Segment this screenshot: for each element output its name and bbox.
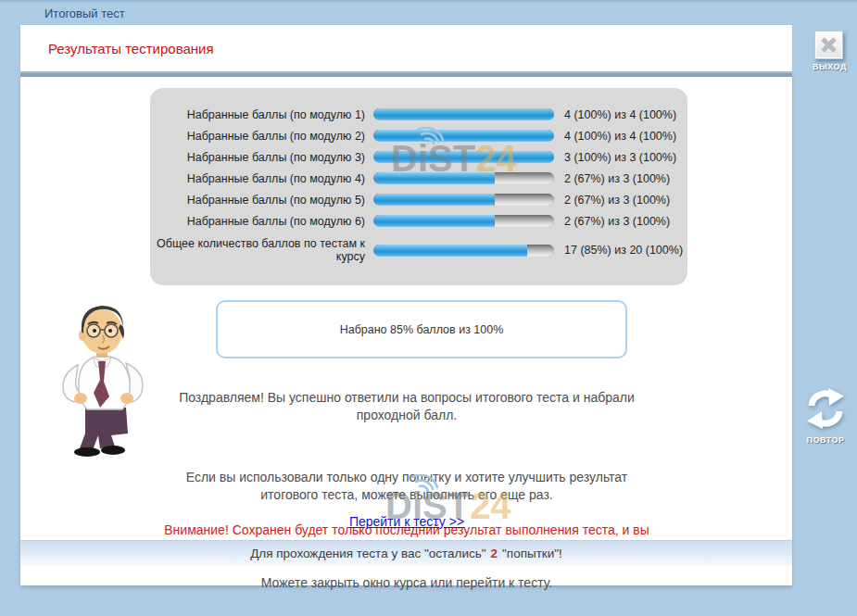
- result-row: Набранные баллы (по модулю 1) 4 (100%) и…: [150, 104, 687, 125]
- progress-bar-fill: [373, 130, 554, 142]
- progress-bar-fill: [373, 108, 554, 120]
- close-info-text: Можете закрыть окно курса или перейти к …: [123, 574, 690, 592]
- result-row: Общее количество баллов по тестам к курс…: [150, 232, 687, 269]
- attempts-prefix: Для прохождения теста у вас "остались": [250, 547, 485, 560]
- result-messages: Поздравляем! Вы успешно ответили на вопр…: [123, 371, 690, 610]
- progress-bar-fill: [373, 151, 554, 163]
- result-value: 4 (100%) из 4 (100%): [564, 130, 676, 143]
- exit-button[interactable]: [814, 31, 843, 59]
- progress-bar-fill: [373, 245, 527, 257]
- result-value: 4 (100%) из 4 (100%): [564, 108, 676, 121]
- progress-bar-fill: [373, 215, 495, 227]
- result-label: Общее количество баллов по тестам к курс…: [156, 237, 365, 263]
- exit-control[interactable]: ВЫХОД: [813, 31, 844, 71]
- progress-bar: [373, 215, 554, 227]
- result-value: 2 (67%) из 3 (100%): [564, 215, 670, 228]
- result-value: 17 (85%) из 20 (100%): [564, 244, 683, 257]
- attempts-count: 2: [491, 547, 498, 560]
- page-title: Результаты тестирования: [48, 41, 214, 57]
- retry-info-text: Если вы использовали только одну попытку…: [123, 469, 690, 504]
- progress-bar-fill: [373, 194, 495, 206]
- repeat-icon: [804, 388, 847, 429]
- progress-bar: [373, 130, 554, 142]
- go-to-test-link[interactable]: Перейти к тесту >>: [349, 514, 464, 529]
- progress-bar: [373, 108, 554, 120]
- header-panel: Результаты тестирования: [20, 25, 792, 71]
- result-label: Набранные баллы (по модулю 6): [156, 215, 365, 228]
- progress-bar: [373, 194, 554, 206]
- result-row: Набранные баллы (по модулю 6) 2 (67%) из…: [150, 210, 687, 232]
- attempts-remaining-bar: Для прохождения теста у вас "остались" 2…: [20, 540, 792, 566]
- results-content-panel: Набранные баллы (по модулю 1) 4 (100%) и…: [20, 73, 792, 585]
- page: Итоговый тест Результаты тестирования ВЫ…: [0, 0, 857, 616]
- result-value: 3 (100%) из 3 (100%): [564, 151, 676, 164]
- close-icon: [819, 35, 838, 55]
- result-row: Набранные баллы (по модулю 4) 2 (67%) из…: [150, 168, 687, 189]
- score-summary-text: Набрано 85% баллов из 100%: [340, 323, 504, 336]
- progress-bar: [373, 151, 554, 163]
- result-label: Набранные баллы (по модулю 2): [156, 130, 365, 143]
- congratulation-text: Поздравляем! Вы успешно ответили на вопр…: [123, 389, 690, 424]
- progress-bar: [373, 172, 554, 184]
- result-label: Набранные баллы (по модулю 1): [156, 108, 365, 121]
- window-title: Итоговый тест: [44, 6, 125, 20]
- exit-button-label: ВЫХОД: [813, 62, 844, 71]
- result-row: Набранные баллы (по модулю 3) 3 (100%) и…: [150, 146, 687, 168]
- result-label: Набранные баллы (по модулю 4): [156, 172, 365, 185]
- attempts-suffix: "попытки"!: [502, 547, 562, 560]
- result-label: Набранные баллы (по модулю 5): [156, 194, 365, 207]
- result-label: Набранные баллы (по модулю 3): [156, 151, 365, 164]
- result-value: 2 (67%) из 3 (100%): [564, 172, 670, 185]
- repeat-button-label: ПОВТОР: [799, 435, 852, 445]
- progress-bar-fill: [373, 172, 495, 184]
- results-panel: Набранные баллы (по модулю 1) 4 (100%) и…: [150, 88, 687, 285]
- repeat-button[interactable]: ПОВТОР: [799, 388, 852, 445]
- progress-bar: [373, 245, 554, 257]
- result-value: 2 (67%) из 3 (100%): [564, 194, 670, 207]
- result-row: Набранные баллы (по модулю 2) 4 (100%) и…: [150, 125, 687, 146]
- score-summary-box: Набрано 85% баллов из 100%: [216, 300, 627, 358]
- result-row: Набранные баллы (по модулю 5) 2 (67%) из…: [150, 189, 687, 210]
